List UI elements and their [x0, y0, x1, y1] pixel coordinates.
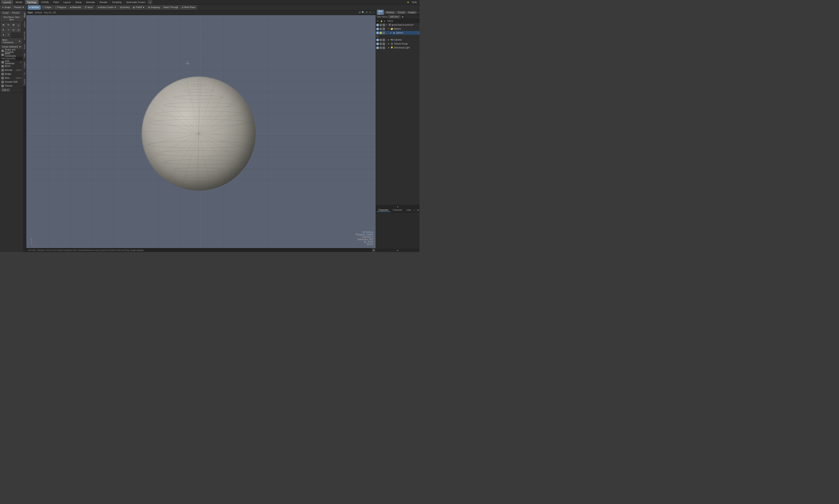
icon-btn-3[interactable]: ⊞ [11, 22, 16, 27]
sculpt-button[interactable]: ✦ Sculpt [0, 5, 12, 10]
thicken-button[interactable]: ⊟ Thicken [0, 84, 23, 88]
menu-setup[interactable]: Setup [73, 0, 83, 4]
icon-btn-5[interactable]: A [1, 28, 6, 32]
filter-dropdown-icon[interactable]: ▼ [401, 15, 404, 18]
only-menu[interactable]: Only [410, 0, 418, 4]
icon-btn-6[interactable]: ↗ [6, 28, 11, 32]
scroll-up-arrow[interactable]: ▲ [397, 205, 399, 208]
tab-deform[interactable]: Deform [23, 19, 26, 29]
work-plane-button[interactable]: ⊟ Work Plane [180, 5, 197, 10]
tab-mesh-edit[interactable]: Mesh Edit [23, 30, 26, 42]
viewport-icon-5[interactable]: ⤢ [372, 11, 375, 14]
icon-btn-1[interactable]: ⊕ [1, 22, 6, 27]
item-render-camera [382, 39, 385, 41]
item-row-camera[interactable]: ▶ 📷 Camera [376, 38, 420, 42]
tab-shading[interactable]: Shading [385, 11, 396, 14]
edges-button[interactable]: ⬡ Edges [41, 5, 53, 10]
menu-layout[interactable]: Layout [62, 0, 72, 4]
menu-paint[interactable]: Paint [52, 0, 60, 4]
polygons-button[interactable]: ◻ Polygons [54, 5, 68, 10]
properties-gear-icon[interactable]: ⚙ [417, 209, 419, 212]
add-layout-button[interactable]: + [148, 0, 152, 4]
menu-schematic[interactable]: Schematic Fusion [124, 0, 147, 4]
viewport-icon-2[interactable]: 🔍 [361, 11, 365, 14]
work-plane-icon: ⊟ [182, 6, 183, 8]
item-expand-light[interactable]: ▶ [388, 47, 390, 49]
item-expand-scene[interactable]: ▼ [386, 24, 388, 26]
item-expand-sphere-mesh[interactable]: ▶ [390, 32, 392, 34]
item-row-blank[interactable] [376, 35, 420, 38]
slice-button[interactable]: ✂ Slice Shift-S [0, 76, 23, 80]
tab-groups[interactable]: Groups [396, 11, 406, 14]
materials-button[interactable]: ◈ Materials [69, 5, 83, 10]
tab-fusion[interactable]: Fusion [23, 77, 26, 86]
tab-lists[interactable]: Lists [405, 209, 413, 212]
panel-expand-icon[interactable]: ⤢ [417, 11, 420, 14]
snapping-icon: ⊞ [148, 6, 150, 8]
action-center-dropdown: ▼ [114, 6, 116, 8]
symmetry-button[interactable]: Symmetry [118, 5, 131, 10]
icon-btn-8[interactable]: ◫ [16, 28, 21, 32]
tab-item-list[interactable]: Item L... [377, 10, 384, 15]
icon-btn-9[interactable]: ✶ [1, 33, 6, 37]
tab-properties[interactable]: Properties [377, 209, 390, 212]
svg-line-48 [142, 82, 256, 185]
filter-label: Filter Items [377, 16, 388, 18]
viewport-icon-3[interactable]: ⚙ [365, 11, 368, 14]
thicken-icon: ⊟ [1, 85, 4, 87]
tab-polygon[interactable]: Polygon [23, 60, 26, 70]
scroll-down-arrow[interactable]: ▼ [397, 249, 399, 252]
tab-basic[interactable]: Basic [23, 11, 26, 19]
sds-subdivide-button[interactable]: ⊞ SDS Subdivide D [0, 60, 23, 64]
sidebar-main: Sculpt Presets Item Menu: New Item ⊕ ↻ ⊞… [0, 10, 23, 252]
menu-uvedit[interactable]: UVEdit [39, 0, 51, 4]
item-menu-button[interactable]: Item Menu: New Item [1, 16, 22, 21]
menu-model[interactable]: Model [14, 0, 24, 4]
select-through-button[interactable]: Select Through [162, 5, 180, 10]
item-row-sphere-group[interactable]: ▼ 📁 Sphere [376, 27, 420, 31]
mesh-constraints-button[interactable]: ⊟ Mesh Constraints [0, 53, 23, 57]
layouts-menu[interactable]: Layouts [1, 0, 13, 4]
smooth-shift-button[interactable]: ◌ Smooth Shift [0, 80, 23, 84]
viewport-3d[interactable]: Y All Vertices Polygons: Subdivr Channel… [26, 15, 376, 252]
item-row-light[interactable]: ▶ 💡 Directional Light [376, 46, 420, 50]
status-arrow[interactable]: ▶ [372, 248, 376, 252]
viewport-icon-1[interactable]: ⊞ [358, 11, 361, 14]
item-row-scene[interactable]: ▼ 🎬 gourd hard to print.lxo* [376, 23, 420, 27]
item-row-texture-group[interactable]: ▶ ⊞ Texture Group [376, 42, 420, 46]
icon-btn-2[interactable]: ↻ [6, 22, 11, 27]
menu-animate[interactable]: Animate [85, 0, 97, 4]
presets-button-sidebar[interactable]: Presets [11, 11, 21, 15]
edit-dropdown-button[interactable]: Edit ▼ [1, 88, 10, 92]
add-item-button[interactable]: Add Item [388, 15, 400, 18]
menu-scripting[interactable]: Scripting [110, 0, 123, 4]
bevel-button[interactable]: ◈ Bevel [0, 64, 23, 68]
item-expand-texture[interactable]: ▶ [388, 43, 390, 45]
tab-edge[interactable]: Edge [23, 52, 26, 59]
properties-expand-icon[interactable]: + [414, 209, 415, 212]
falloff-button[interactable]: ◐ Falloff ▼ [132, 5, 146, 10]
extrude-button[interactable]: ↑ Extrude Shift-X [0, 68, 23, 72]
item-row-sphere-mesh[interactable]: ▶ ◈ Sphere 2 [376, 31, 420, 35]
viewport-icon-4[interactable]: ⊡ [369, 11, 372, 14]
center-selected-button[interactable]: Center Selected ▼ [1, 45, 22, 49]
more-transforms-button[interactable]: More Transforms ▼ [1, 38, 22, 44]
icon-btn-10[interactable]: T [6, 33, 11, 37]
tab-images[interactable]: Images [407, 11, 417, 14]
presets-button[interactable]: Presets ▼ [13, 5, 26, 10]
bridge-button[interactable]: ⬡ Bridge [0, 72, 23, 76]
action-center-button[interactable]: ⊕ Action Center ▼ [96, 5, 118, 10]
sculpt-button-sidebar[interactable]: Sculpt [1, 11, 10, 15]
item-expand-camera[interactable]: ▶ [388, 39, 390, 41]
icon-btn-4[interactable]: △ [16, 22, 21, 27]
menu-topology[interactable]: Topology [25, 0, 38, 4]
tab-channels[interactable]: Channels [391, 209, 404, 212]
menu-render[interactable]: Render [98, 0, 109, 4]
snapping-button[interactable]: ⊞ Snapping [146, 5, 161, 10]
items-button[interactable]: ☰ Items [83, 5, 94, 10]
icon-btn-7[interactable]: ⊡ [11, 28, 16, 32]
vertices-button[interactable]: ● Vertices [28, 5, 41, 10]
tab-uv[interactable]: UV [23, 71, 26, 77]
item-expand-sphere[interactable]: ▼ [388, 28, 390, 30]
tab-vertex[interactable]: Vertex [23, 42, 26, 51]
